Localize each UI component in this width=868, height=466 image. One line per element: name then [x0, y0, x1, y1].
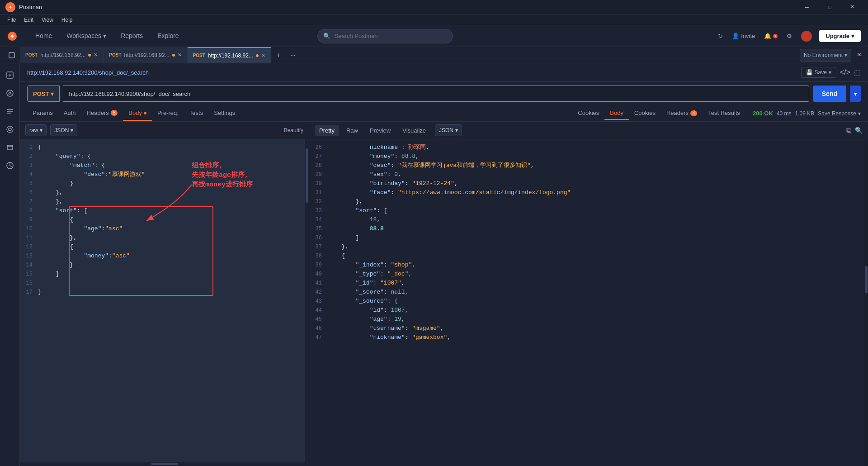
- sidebar-apis[interactable]: [2, 103, 18, 119]
- tab-tests[interactable]: Tests: [184, 106, 208, 121]
- resp-line-28: 28 "desc": "我在慕课网学习java和前端，学习到了很多知识",: [309, 161, 868, 170]
- search-response-button[interactable]: 🔍: [855, 126, 863, 134]
- resp-tab-test-results[interactable]: Test Results: [703, 107, 745, 120]
- tab-auth[interactable]: Auth: [58, 106, 81, 121]
- resp-tab-body[interactable]: Body: [604, 107, 629, 120]
- search-input[interactable]: [334, 33, 447, 39]
- tab-close-3[interactable]: ✕: [261, 52, 265, 58]
- code-view-button[interactable]: </>: [840, 67, 850, 78]
- notifications-button[interactable]: 🔔 1: [762, 31, 779, 41]
- copy-response-button[interactable]: ⧉: [846, 126, 851, 134]
- response-time: 40 ms: [777, 110, 792, 117]
- nav-home[interactable]: Home: [28, 25, 59, 47]
- nav-reports[interactable]: Reports: [113, 25, 150, 47]
- beautify-button[interactable]: Beautify: [284, 127, 303, 133]
- settings-button[interactable]: ⚙: [785, 31, 794, 41]
- avatar-icon: [801, 31, 812, 42]
- maximize-button[interactable]: □: [819, 0, 840, 14]
- resp-json-select[interactable]: JSON ▾: [435, 124, 462, 136]
- resp-format-pretty[interactable]: Pretty: [315, 125, 339, 136]
- save-button[interactable]: 💾 Save ▾: [801, 67, 836, 78]
- tab-settings[interactable]: Settings: [208, 106, 241, 121]
- sidebar-history[interactable]: [2, 157, 18, 174]
- request-url-row: POST ▾ Send ▾: [20, 82, 868, 105]
- window-controls: ─ □ ✕: [797, 0, 863, 14]
- panel-toggle-button[interactable]: ⬚: [854, 67, 861, 78]
- user-avatar[interactable]: [799, 29, 814, 43]
- tab-params[interactable]: Params: [27, 106, 58, 121]
- tab-close-2[interactable]: ✕: [178, 52, 182, 58]
- tab-headers[interactable]: Headers8: [81, 106, 123, 121]
- resp-line-39: 39 "_index": "shop",: [309, 261, 868, 270]
- headers-badge: 8: [111, 110, 118, 116]
- tab-dot-3: [256, 54, 259, 57]
- resp-line-46: 46 "username": "msgame",: [309, 324, 868, 333]
- sidebar-environments[interactable]: [2, 121, 18, 138]
- sidebar-new-request[interactable]: [2, 67, 18, 83]
- tab-3[interactable]: POST http://192.168.92... ✕: [188, 47, 271, 63]
- response-body[interactable]: 26 nickname : 孙琛同, 27 "money": 88.8, 28: [309, 139, 868, 466]
- resp-scrollbar-thumb: [865, 266, 868, 293]
- body-format-select[interactable]: raw ▾: [25, 124, 47, 136]
- resp-format-raw[interactable]: Raw: [342, 125, 363, 136]
- horizontal-scrollbar[interactable]: [20, 462, 309, 466]
- sidebar-mock-servers[interactable]: [2, 139, 18, 156]
- save-response-button[interactable]: Save Response ▾: [818, 110, 861, 117]
- env-settings-button[interactable]: 👁: [855, 50, 864, 60]
- url-display-bar: http://192.168.92.140:9200/shop/_doc/_se…: [20, 63, 868, 82]
- chevron-down-icon: ▾: [71, 127, 73, 133]
- tab-2[interactable]: POST http://192.168.92... ✕: [104, 47, 187, 63]
- tab-1[interactable]: POST http://192.168.92... ✕: [20, 47, 104, 63]
- upgrade-button[interactable]: Upgrade ▾: [819, 30, 861, 42]
- lang-label: JSON: [54, 127, 69, 133]
- menu-file[interactable]: File: [4, 16, 19, 24]
- send-button[interactable]: Send: [813, 86, 846, 102]
- resp-scrollbar[interactable]: [864, 139, 868, 466]
- code-editor[interactable]: 1 { 2 ···· "query": { 3 ········ "match"…: [20, 139, 309, 466]
- sync-button[interactable]: ↻: [716, 31, 725, 41]
- svg-point-6: [7, 90, 13, 96]
- editor-panel: raw ▾ JSON ▾ Beautify 1 {: [20, 122, 309, 466]
- chevron-down-icon: ▾: [51, 90, 54, 97]
- search-bar[interactable]: 🔍: [317, 29, 453, 43]
- more-tabs-button[interactable]: ···: [286, 47, 300, 63]
- resp-format-visualize[interactable]: Visualize: [398, 125, 430, 136]
- menu-edit[interactable]: Edit: [20, 16, 37, 24]
- tab-url-1: http://192.168.92...: [40, 52, 85, 58]
- menu-help[interactable]: Help: [58, 16, 76, 24]
- url-input[interactable]: [63, 86, 809, 102]
- body-dot: [144, 112, 146, 114]
- nav-logo: [7, 31, 17, 41]
- postman-logo-icon: [7, 31, 17, 41]
- menu-view[interactable]: View: [38, 16, 57, 24]
- resp-tab-cookies-left[interactable]: Cookies: [572, 107, 604, 120]
- tab-body[interactable]: Body: [123, 106, 152, 121]
- tab-prereq[interactable]: Pre-req.: [152, 106, 184, 121]
- resp-format-preview[interactable]: Preview: [365, 125, 395, 136]
- minimize-button[interactable]: ─: [797, 0, 817, 14]
- sidebar-collections[interactable]: [2, 85, 18, 101]
- body-lang-select[interactable]: JSON ▾: [50, 124, 77, 136]
- editor-scrollbar[interactable]: [305, 139, 309, 466]
- invite-button[interactable]: 👤 Invite: [730, 31, 757, 41]
- env-select-dropdown[interactable]: No Environment ▾: [800, 49, 851, 62]
- bell-icon: 🔔: [764, 33, 771, 39]
- resp-headers-badge: 4: [690, 110, 698, 116]
- close-button[interactable]: ✕: [842, 0, 863, 14]
- resp-line-41: 41 "_id": "1007",: [309, 279, 868, 288]
- resp-line-27: 27 "money": 88.8,: [309, 152, 868, 161]
- new-tab-icon[interactable]: [4, 47, 20, 63]
- nav-explore[interactable]: Explore: [150, 25, 186, 47]
- method-select[interactable]: POST ▾: [27, 86, 60, 102]
- nav-workspaces[interactable]: Workspaces ▾: [59, 25, 113, 47]
- send-options-button[interactable]: ▾: [850, 86, 861, 102]
- response-tabs-header: Cookies Body Cookies Headers 4 Test Resu…: [572, 107, 861, 120]
- resp-tab-headers[interactable]: Headers 4: [661, 107, 703, 120]
- status-code: 200 OK: [753, 110, 773, 117]
- editor-line-5: 5 ········ }: [20, 179, 309, 188]
- tab-dot-1: [88, 54, 91, 57]
- tab-close-1[interactable]: ✕: [94, 52, 98, 58]
- add-tab-button[interactable]: +: [271, 47, 286, 63]
- editor-line-6: 6 ···· },: [20, 188, 309, 197]
- resp-tab-cookies[interactable]: Cookies: [629, 107, 661, 120]
